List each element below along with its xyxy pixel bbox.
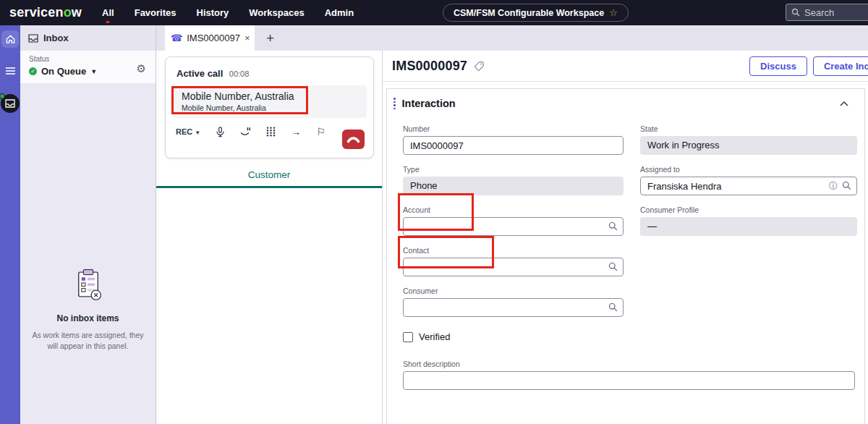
logo-text-end: w (72, 5, 82, 20)
call-panel-tabs: Customer (156, 168, 382, 188)
search-input[interactable] (804, 7, 868, 18)
inbox-empty-state: No inbox items As work items are assigne… (20, 268, 156, 352)
empty-state-caption: As work items are assigned, they will ap… (32, 330, 145, 352)
favorite-star-icon[interactable]: ☆ (609, 7, 618, 18)
state-field: Work in Progress (640, 136, 857, 155)
consumer-profile-field: — (640, 217, 857, 236)
assigned-to-field[interactable] (640, 177, 857, 195)
tab-label: IMS0000097 (187, 33, 240, 43)
state-label: State (640, 124, 857, 133)
microphone-icon (216, 127, 225, 137)
verified-checkbox-row[interactable]: Verified (403, 331, 864, 342)
record-actions: Discuss Create Incident (749, 56, 868, 76)
interaction-form-card: Interaction Number State Work in Progres… (386, 88, 865, 424)
tab-strip: Inbox ☎ IMS0000097 × + (20, 25, 868, 51)
status-label: Status (29, 55, 147, 63)
active-call-title: Active call (176, 68, 223, 79)
dialpad-button[interactable] (266, 127, 276, 137)
active-call-card: Active call 00:08 Mobile Number, Austral… (165, 56, 374, 158)
chevron-down-icon: ▼ (90, 68, 97, 75)
home-button[interactable] (1, 30, 19, 48)
global-search[interactable] (786, 4, 868, 21)
workspace-name: CSM/FSM Configurable Workspace (454, 8, 604, 18)
record-header: IMS0000097 Discuss Create Incident (383, 51, 868, 82)
nav-all-label: All (102, 7, 114, 18)
online-status-badge (0, 93, 5, 99)
status-available-icon: ✓ (29, 67, 37, 75)
verified-label: Verified (419, 331, 450, 342)
home-icon (5, 34, 16, 44)
new-tab-button[interactable]: + (266, 30, 274, 46)
all-notification-dot (106, 21, 110, 23)
discuss-button[interactable]: Discuss (749, 56, 807, 76)
dialpad-icon (266, 127, 276, 137)
interaction-section-header: Interaction (387, 89, 864, 115)
lists-button[interactable] (5, 65, 16, 78)
consumer-label: Consumer (403, 287, 624, 295)
contact-lookup-icon[interactable] (608, 262, 618, 271)
nav-admin[interactable]: Admin (325, 7, 354, 18)
inbox-header-label: Inbox (43, 33, 69, 43)
search-icon (791, 8, 800, 17)
account-field[interactable] (403, 217, 624, 236)
servicenow-workspace: servicenow All Favorites History Workspa… (0, 0, 868, 424)
assigned-to-label: Assigned to (640, 165, 857, 174)
flag-icon: ⚐ (316, 126, 326, 137)
nav-favorites[interactable]: Favorites (135, 7, 176, 18)
caller-detail: Mobile Number, Australia (182, 103, 357, 112)
end-call-button[interactable] (342, 130, 365, 149)
drag-handle-icon[interactable] (393, 98, 396, 109)
caller-name: Mobile Number, Australia (182, 90, 357, 102)
consumer-profile-label: Consumer Profile (640, 205, 857, 214)
top-nav-menu: All Favorites History Workspaces Admin (102, 7, 354, 18)
hold-phone-icon (240, 127, 251, 137)
number-field[interactable] (403, 136, 624, 155)
servicenow-logo[interactable]: servicenow (9, 5, 82, 20)
inbox-settings-gear-icon[interactable]: ⚙ (137, 62, 146, 75)
number-label: Number (403, 124, 624, 133)
status-dropdown[interactable]: ✓ On Queue ▼ (29, 66, 147, 77)
short-description-label: Short description (403, 360, 864, 368)
workspace-switcher[interactable]: CSM/FSM Configurable Workspace ☆ (443, 4, 629, 22)
type-label: Type (403, 165, 624, 174)
interaction-form: Number State Work in Progress Type Phone (387, 115, 864, 390)
chevron-up-icon (840, 101, 848, 106)
tab-customer[interactable]: Customer (248, 169, 291, 180)
chevron-down-icon: ▼ (195, 130, 200, 136)
account-lookup-icon[interactable] (608, 221, 618, 231)
type-field: Phone (403, 177, 624, 195)
contact-field[interactable] (403, 258, 624, 276)
arrow-right-icon: → (291, 126, 301, 137)
nav-all[interactable]: All (102, 7, 114, 18)
status-value: On Queue (41, 66, 86, 77)
hold-call-button[interactable] (240, 127, 251, 137)
consumer-field[interactable] (403, 298, 624, 317)
mute-mic-button[interactable] (216, 127, 225, 137)
create-incident-button[interactable]: Create Incident (813, 56, 868, 76)
nav-history[interactable]: History (197, 7, 229, 18)
collapse-section-button[interactable] (840, 101, 848, 106)
assigned-to-lookup-icon[interactable] (842, 181, 851, 190)
inbox-panel: Status ✓ On Queue ▼ ⚙ No in (20, 51, 156, 424)
top-nav-bar: servicenow All Favorites History Workspa… (0, 0, 868, 25)
verified-checkbox[interactable] (403, 332, 413, 342)
hangup-phone-icon (346, 136, 360, 143)
record-call-button[interactable]: REC ▼ (176, 127, 200, 136)
logo-accent-o: o (64, 5, 72, 20)
inbox-icon (28, 34, 38, 43)
logo-text: servicen (9, 5, 64, 20)
inbox-rail-button[interactable] (1, 94, 20, 113)
inbox-panel-header[interactable]: Inbox (20, 25, 156, 51)
agent-status-block: Status ✓ On Queue ▼ ⚙ (20, 51, 156, 83)
nav-workspaces[interactable]: Workspaces (249, 7, 304, 18)
info-icon[interactable]: ⓘ (829, 180, 838, 192)
tab-close-icon[interactable]: × (244, 33, 250, 43)
tag-icon[interactable] (474, 61, 485, 72)
caller-info-row[interactable]: Mobile Number, Australia Mobile Number, … (172, 85, 367, 118)
call-column: Active call 00:08 Mobile Number, Austral… (156, 51, 382, 424)
tab-interaction-record[interactable]: ☎ IMS0000097 × (165, 25, 255, 51)
flag-call-button[interactable]: ⚐ (316, 126, 326, 137)
short-description-field[interactable] (403, 371, 855, 390)
transfer-call-button[interactable]: → (291, 126, 301, 137)
consumer-lookup-icon[interactable] (608, 302, 618, 312)
